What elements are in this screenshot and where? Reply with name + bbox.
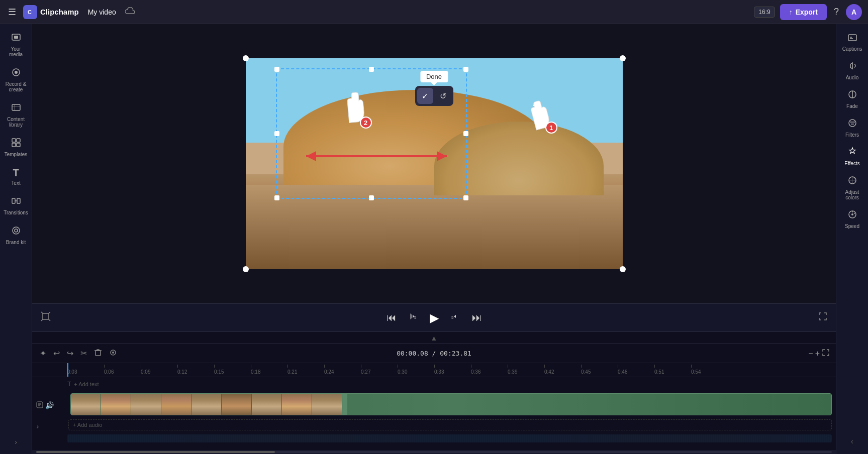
zoom-in-button[interactable]: + bbox=[815, 349, 820, 359]
topbar-left: ☰ C Clipchamp My video bbox=[6, 5, 749, 20]
resize-handle-bl[interactable] bbox=[243, 266, 249, 272]
svg-marker-17 bbox=[306, 151, 316, 161]
fullscreen-button[interactable] bbox=[818, 311, 828, 324]
resize-handle-br[interactable] bbox=[620, 266, 626, 272]
audio-track-content[interactable]: + Add audio bbox=[68, 419, 832, 433]
crop-confirm-button[interactable]: ✓ bbox=[417, 88, 433, 104]
timeline-undo-button[interactable]: ↩ bbox=[52, 347, 61, 360]
right-sidebar-item-speed[interactable]: Speed bbox=[838, 205, 866, 233]
timeline-playhead[interactable] bbox=[67, 363, 68, 377]
film-thumb-7 bbox=[252, 394, 282, 415]
add-audio-label: + Add audio bbox=[73, 422, 102, 428]
hamburger-button[interactable]: ☰ bbox=[6, 5, 18, 20]
video-track-content[interactable] bbox=[70, 393, 832, 417]
sidebar-label-content-library: Content library bbox=[4, 117, 28, 128]
help-button[interactable]: ? bbox=[832, 5, 841, 19]
hand-cursor-1: 1 bbox=[522, 93, 557, 136]
add-audio-track[interactable]: + Add audio bbox=[68, 419, 832, 430]
export-label: Export bbox=[796, 8, 818, 16]
export-button[interactable]: ↑ Export bbox=[780, 4, 827, 20]
right-sidebar-item-audio[interactable]: Audio bbox=[838, 57, 866, 84]
crop-handle-tl[interactable] bbox=[274, 67, 279, 72]
svg-rect-10 bbox=[17, 143, 20, 147]
forward-button[interactable]: 5 bbox=[447, 309, 462, 326]
sidebar-item-templates[interactable]: Templates bbox=[2, 134, 30, 161]
center-area: Done ✓ ↺ bbox=[32, 24, 836, 454]
canvas-container: Done ✓ ↺ bbox=[246, 58, 623, 269]
right-sidebar-item-adjust-colors[interactable]: Adjust colors bbox=[838, 171, 866, 204]
sidebar-expand-button[interactable]: › bbox=[11, 434, 21, 450]
sidebar-item-text[interactable]: T Text bbox=[2, 163, 30, 190]
video-sound-button[interactable]: 🔊 bbox=[45, 401, 54, 409]
right-sidebar-collapse-button[interactable]: ‹ bbox=[847, 433, 857, 450]
sidebar-item-your-media[interactable]: Your media bbox=[2, 28, 30, 61]
right-sidebar-item-filters[interactable]: Filters bbox=[838, 114, 866, 142]
svg-rect-9 bbox=[12, 143, 16, 147]
right-sidebar-label-effects: Effects bbox=[844, 161, 859, 166]
scrollbar-thumb[interactable] bbox=[36, 451, 275, 453]
text-icon: T bbox=[13, 167, 19, 179]
hand-badge-2: 2 bbox=[360, 117, 372, 129]
rewind-button[interactable]: 5 bbox=[407, 309, 422, 326]
skip-to-start-button[interactable]: ⏮ bbox=[384, 310, 399, 325]
transitions-icon bbox=[11, 196, 21, 208]
film-thumb-5 bbox=[191, 394, 222, 415]
video-title-button[interactable]: My video bbox=[84, 6, 120, 18]
done-tooltip: Done bbox=[420, 71, 448, 82]
svg-rect-3 bbox=[14, 36, 18, 39]
resize-handle-tr[interactable] bbox=[620, 55, 626, 61]
crop-undo-button[interactable]: ↺ bbox=[435, 88, 451, 104]
timeline-delete-button[interactable] bbox=[92, 347, 104, 360]
resize-handle-tl[interactable] bbox=[243, 55, 249, 61]
sidebar-label-record-create: Record & create bbox=[4, 81, 28, 92]
your-media-icon bbox=[11, 32, 21, 45]
svg-rect-7 bbox=[12, 139, 16, 142]
logo-icon: C bbox=[23, 5, 37, 19]
zoom-out-button[interactable]: − bbox=[808, 349, 813, 359]
timeline-tracks: T + Add text 🔊 bbox=[32, 377, 836, 450]
sidebar-item-brand-kit[interactable]: Brand kit bbox=[2, 221, 30, 249]
video-mute-button[interactable] bbox=[36, 401, 43, 410]
crop-handle-tm[interactable] bbox=[369, 67, 374, 72]
sidebar-item-transitions[interactable]: Transitions bbox=[2, 192, 30, 219]
crop-toggle-button[interactable] bbox=[40, 311, 51, 324]
crop-handle-mr[interactable] bbox=[463, 131, 468, 136]
crop-handle-ml[interactable] bbox=[274, 131, 279, 136]
scrollbar-track[interactable] bbox=[36, 451, 832, 453]
user-avatar-button[interactable]: A bbox=[846, 4, 862, 20]
crop-handle-bl[interactable] bbox=[274, 195, 279, 200]
zoom-fit-button[interactable] bbox=[822, 349, 830, 359]
topbar-right: 16:9 ↑ Export ? A bbox=[754, 4, 862, 20]
timeline-sparkle-button[interactable]: ✦ bbox=[38, 347, 48, 360]
crop-handle-tr[interactable] bbox=[463, 67, 468, 72]
skip-to-end-button[interactable]: ⏭ bbox=[470, 310, 484, 325]
zoom-controls: − + bbox=[808, 349, 830, 359]
film-thumb-2 bbox=[101, 394, 131, 415]
video-clip[interactable] bbox=[70, 393, 832, 415]
sidebar-item-record-create[interactable]: Record & create bbox=[2, 63, 30, 96]
timeline-record-button[interactable] bbox=[108, 347, 119, 360]
sidebar-label-text: Text bbox=[11, 180, 20, 186]
timeline-collapse-bar: ▲ bbox=[32, 331, 836, 344]
right-sidebar: Captions Audio Fade Filters bbox=[836, 24, 868, 454]
cloud-save-button[interactable] bbox=[125, 7, 135, 17]
timeline-redo-button[interactable]: ↪ bbox=[65, 347, 75, 360]
right-sidebar-label-fade: Fade bbox=[846, 103, 858, 109]
templates-icon bbox=[11, 138, 21, 150]
right-sidebar-item-fade[interactable]: Fade bbox=[838, 85, 866, 113]
timeline-collapse-button[interactable]: ▲ bbox=[431, 334, 438, 342]
sidebar-item-content-library[interactable]: Content library bbox=[2, 98, 30, 132]
crop-handle-br[interactable] bbox=[463, 195, 468, 200]
svg-rect-22 bbox=[95, 351, 101, 356]
right-sidebar-item-captions[interactable]: Captions bbox=[838, 28, 866, 56]
right-sidebar-label-filters: Filters bbox=[845, 132, 859, 138]
crop-handle-bm[interactable] bbox=[369, 195, 374, 200]
right-sidebar-item-effects[interactable]: Effects bbox=[838, 143, 866, 170]
add-text-track-row[interactable]: T + Add text bbox=[32, 377, 836, 391]
audio-icon bbox=[847, 61, 857, 73]
timeline-cut-button[interactable]: ✂ bbox=[79, 347, 88, 360]
svg-rect-12 bbox=[17, 198, 20, 203]
left-sidebar: Your media Record & create Content libra… bbox=[0, 24, 32, 454]
play-button[interactable]: ▶ bbox=[430, 311, 439, 325]
film-thumb-8 bbox=[282, 394, 312, 415]
